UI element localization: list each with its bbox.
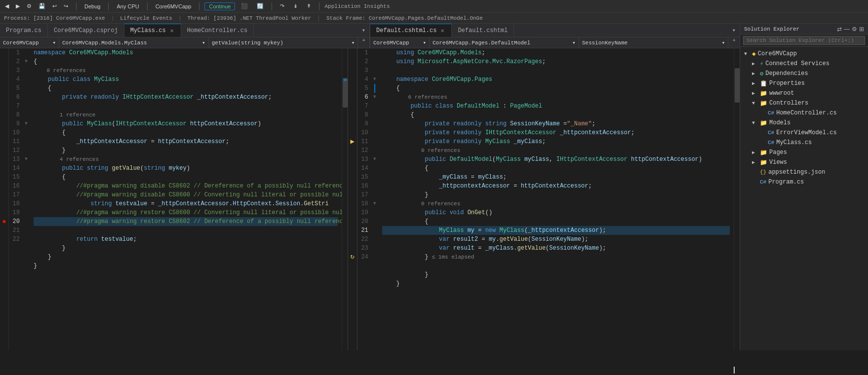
nav-arrow-member-right: ▾ <box>722 39 725 46</box>
se-root-icon: ◆ <box>752 50 756 58</box>
rcode-line-21: MyClass my = new MyClass(_httpcontextAcc… <box>382 226 730 235</box>
left-code-content[interactable]: namespace Core6MVCapp.Models { 8 referen… <box>30 48 342 350</box>
step-out[interactable]: ↟ <box>304 2 314 10</box>
se-arrow-props: ▶ <box>752 80 760 86</box>
se-item-homecontroller[interactable]: C# HomeController.cs <box>740 108 868 118</box>
rcode-line-13: public DefaultModel(MyClass myClass, IHt… <box>382 155 730 164</box>
breakpoint-dot: ● <box>0 217 8 226</box>
left-gutter: ● <box>0 48 9 350</box>
code-line-14: public string getValue(string mykey) <box>34 164 338 173</box>
nav-member-right[interactable]: SessionKeyName▾ <box>579 38 729 48</box>
debug-dropdown[interactable]: Debug <box>81 2 103 10</box>
toolbar-btn-save[interactable]: 💾 <box>36 2 48 10</box>
se-collapse-btn[interactable]: — <box>844 26 850 33</box>
se-icon-deps: ⚙ <box>760 70 763 77</box>
tab-myclass[interactable]: MyClass.cs✕ <box>124 24 181 37</box>
se-root-item[interactable]: ▼ ◆ Core6MVCapp <box>740 49 868 59</box>
se-search-input[interactable] <box>743 36 865 45</box>
continue-button[interactable]: Continue <box>204 2 235 10</box>
tab-overflow-left[interactable]: ▾ <box>358 24 369 37</box>
se-arrow-connected: ▶ <box>752 61 760 67</box>
left-scrollbar-thumb[interactable] <box>343 78 348 108</box>
process-label: Process: [2316] Core6MVCapp.exe <box>4 15 105 21</box>
right-code-content[interactable]: using Core6MVCapp.Models; using Microsof… <box>378 48 734 350</box>
right-scrollbar-thumb[interactable] <box>735 68 740 103</box>
right-code-editor: 1 2 3 4 5 6 7 8 9 10 11 12 13 14 <box>357 48 740 350</box>
code-line-1: namespace Core6MVCapp.Models <box>34 48 338 57</box>
tab-bars-row: Program.cs Core6MVCapp.csproj MyClass.cs… <box>0 24 740 38</box>
se-sync-btn[interactable]: ⇄ <box>837 26 842 33</box>
se-item-dependencies[interactable]: ▶ ⚙ Dependencies <box>740 69 868 78</box>
nav-member-left[interactable]: getValue(string mykey)▾ <box>209 38 358 48</box>
code-line-24: } <box>34 253 338 262</box>
code-line-6: private readonly IHttpContextAccessor _h… <box>34 93 338 102</box>
code-line-13: 4 references <box>34 155 338 164</box>
tab-homecontroller[interactable]: HomeController.cs <box>181 24 254 37</box>
se-filter-btn[interactable]: ⊞ <box>859 26 864 33</box>
nav-add-left[interactable]: + <box>358 38 369 48</box>
se-item-programcs[interactable]: C# Program.cs <box>740 177 868 187</box>
se-item-models[interactable]: ▼ 📁 Models <box>740 118 868 128</box>
nav-namespace-right[interactable]: Core6MVCapp.Pages.DefaultModel▾ <box>430 38 579 48</box>
nav-add-right[interactable]: + <box>728 38 740 48</box>
se-item-controllers[interactable]: ▼ 📁 Controllers <box>740 98 868 108</box>
se-item-errorviewmodel[interactable]: C# ErrorViewModel.cs <box>740 128 868 138</box>
process-bar: Process: [2316] Core6MVCapp.exe | Lifecy… <box>0 13 868 24</box>
editor-area: Program.cs Core6MVCapp.csproj MyClass.cs… <box>0 24 740 350</box>
se-item-myclass[interactable]: C# MyClass.cs <box>740 138 868 148</box>
code-line-22: return testvalue; <box>34 235 338 244</box>
se-item-connected-services[interactable]: ▶ ⚡ Connected Services <box>740 59 868 69</box>
rcode-line-8: { <box>382 111 730 119</box>
tab-default-cshtml[interactable]: Default.cshtml <box>452 24 514 37</box>
nav-project-left[interactable]: Core6MVCapp▾ <box>0 38 59 48</box>
toolbar-btn-back[interactable]: ◀ <box>2 2 12 10</box>
app-dropdown[interactable]: Core6MVCapp <box>153 2 195 10</box>
se-label-properties: Properties <box>769 80 805 87</box>
toolbar-btn-redo[interactable]: ↪ <box>61 2 71 10</box>
toolbar-left-group: ◀ ▶ ⚙ 💾 ↩ ↪ <box>2 2 71 10</box>
toolbar-btn-icons[interactable]: ⚙ <box>24 2 35 10</box>
se-item-views[interactable]: ▶ 📁 Views <box>740 157 868 167</box>
rcode-line-18: 0 references <box>382 199 730 208</box>
tab-overflow-right[interactable]: ▾ <box>728 24 740 37</box>
tab-label-myclass: MyClass.cs <box>130 27 166 34</box>
left-tab-bar: Program.cs Core6MVCapp.csproj MyClass.cs… <box>0 24 369 37</box>
left-vscroll[interactable] <box>342 48 348 350</box>
tab-program-cs[interactable]: Program.cs <box>0 24 48 37</box>
rcode-line-15: _myClass = myClass; <box>382 173 730 182</box>
stop-button[interactable]: ⬛ <box>238 2 251 10</box>
code-line-15: { <box>34 173 338 182</box>
se-item-pages[interactable]: ▶ 📁 Pages <box>740 148 868 157</box>
se-item-wwwroot[interactable]: ▶ 📁 wwwroot <box>740 88 868 98</box>
right-line-numbers: 1 2 3 4 5 6 7 8 9 10 11 12 13 14 <box>357 48 371 350</box>
right-vscroll[interactable] <box>734 48 740 350</box>
step-over[interactable]: ↷ <box>277 2 287 10</box>
rcode-line-17: } <box>382 190 730 199</box>
code-line-16: //#pragma warning disable CS8602 // Dere… <box>34 182 338 190</box>
restart-button[interactable]: 🔄 <box>254 2 267 10</box>
cpu-dropdown[interactable]: Any CPU <box>114 2 142 10</box>
nav-project-right[interactable]: Core6MVCapp▾ <box>370 38 430 48</box>
tab-csproj[interactable]: Core6MVCapp.csproj <box>48 24 124 37</box>
se-item-properties[interactable]: ▶ 📋 Properties <box>740 78 868 88</box>
step-into[interactable]: ↡ <box>290 2 301 10</box>
se-arrow-controllers: ▼ <box>752 101 760 106</box>
toolbar-sep-2 <box>108 2 109 10</box>
tab-default-cshtml-cs[interactable]: Default.cshtml.cs✕ <box>370 24 452 37</box>
code-line-12: } <box>34 146 338 155</box>
tab-close-myclass[interactable]: ✕ <box>169 28 175 34</box>
rcode-line-10: private readonly IHttpContextAccessor _h… <box>382 128 730 137</box>
nav-namespace-left[interactable]: Core6MVCapp.Models.MyClass▾ <box>59 38 209 48</box>
se-icon-views: 📁 <box>760 159 767 166</box>
toolbar-btn-forward[interactable]: ▶ <box>13 2 23 10</box>
se-label-myclass: MyClass.cs <box>776 139 812 146</box>
tab-close-default-cs[interactable]: ✕ <box>439 28 445 34</box>
rcode-line-20: { <box>382 217 730 226</box>
toolbar-btn-undo[interactable]: ↩ <box>49 2 60 10</box>
se-props-btn[interactable]: ⚙ <box>852 26 857 33</box>
left-line-numbers: 1 2 3 4 5 6 7 8 9 10 11 12 13 14 <box>9 48 23 350</box>
se-item-appsettings[interactable]: {} appsettings.json <box>740 167 868 177</box>
rcode-line-5: { <box>382 84 730 93</box>
se-label-homecontroller: HomeController.cs <box>776 110 836 116</box>
rcode-line-27: } <box>382 279 730 288</box>
